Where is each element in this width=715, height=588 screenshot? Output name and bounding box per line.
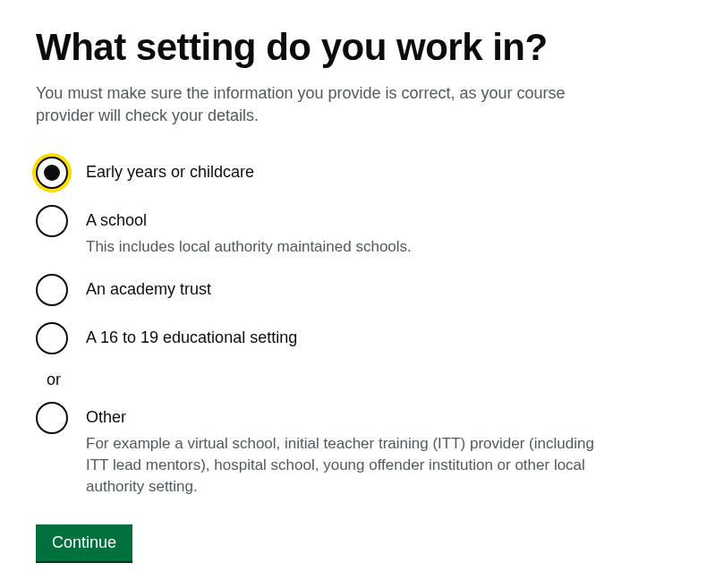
- radio-item-16to19: A 16 to 19 educational setting: [36, 322, 679, 354]
- radio-hint-other: For example a virtual school, initial te…: [86, 433, 605, 497]
- radio-label-other[interactable]: Other: [86, 407, 679, 428]
- continue-button[interactable]: Continue: [36, 524, 132, 561]
- radio-school[interactable]: [36, 205, 68, 237]
- page-heading: What setting do you work in?: [36, 27, 679, 68]
- radio-item-academy: An academy trust: [36, 274, 679, 306]
- radio-label-16to19[interactable]: A 16 to 19 educational setting: [86, 328, 679, 348]
- radio-16to19[interactable]: [36, 322, 68, 354]
- radio-label-school[interactable]: A school: [86, 210, 679, 231]
- radio-label-academy[interactable]: An academy trust: [86, 279, 679, 300]
- setting-radio-group: Early years or childcare A school This i…: [36, 157, 679, 498]
- radio-item-school: A school This includes local authority m…: [36, 205, 679, 258]
- radio-hint-school: This includes local authority maintained…: [86, 236, 605, 258]
- page-description: You must make sure the information you p…: [36, 82, 609, 127]
- radio-item-early-years: Early years or childcare: [36, 157, 679, 189]
- radio-other[interactable]: [36, 402, 68, 434]
- radio-academy[interactable]: [36, 274, 68, 306]
- radio-early-years[interactable]: [36, 157, 68, 189]
- radio-divider: or: [47, 371, 679, 389]
- radio-label-early-years[interactable]: Early years or childcare: [86, 162, 679, 183]
- radio-item-other: Other For example a virtual school, init…: [36, 402, 679, 498]
